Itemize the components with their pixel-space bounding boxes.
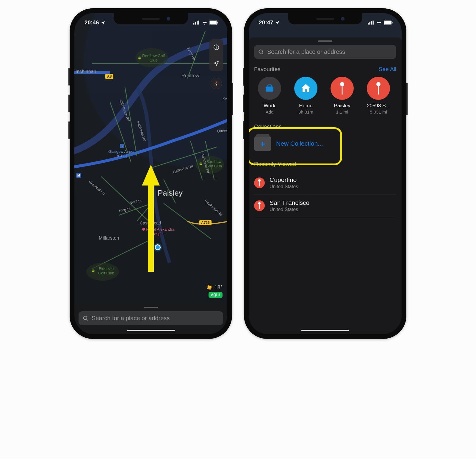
search-icon — [258, 49, 264, 55]
recently-viewed-header: Recently Viewed — [254, 161, 296, 167]
svg-rect-1 — [195, 22, 196, 25]
location-indicator-icon — [101, 21, 105, 25]
phone-right: 20:47 Search for a place or address Favo… — [244, 8, 406, 339]
favourite-home[interactable]: Home 3h 31m — [290, 77, 321, 114]
pin-icon — [254, 200, 265, 211]
svg-marker-15 — [142, 165, 160, 272]
plus-icon: ＋ — [259, 139, 267, 149]
svg-rect-32 — [378, 85, 379, 95]
collection-folder-icon: ＋ — [254, 136, 271, 151]
svg-rect-20 — [371, 21, 372, 25]
svg-rect-23 — [384, 21, 391, 24]
collections-header: Collections — [254, 123, 282, 130]
pin-icon — [331, 77, 354, 100]
location-indicator-icon — [275, 21, 280, 25]
battery-icon — [384, 21, 393, 25]
screen-left: 20:46 — [74, 13, 227, 334]
svg-rect-24 — [392, 22, 393, 23]
poi-airport[interactable]: ✈Glasgow Airport (GLA) — [107, 144, 137, 158]
svg-rect-28 — [268, 85, 271, 87]
sun-icon: ☀️ — [206, 284, 213, 291]
svg-rect-18 — [368, 23, 369, 24]
pin-icon — [254, 177, 265, 188]
svg-rect-34 — [259, 181, 260, 186]
svg-point-12 — [216, 46, 217, 46]
svg-rect-5 — [210, 21, 217, 24]
wifi-icon — [202, 21, 208, 25]
favourites-row: Work Add Home 3h 31m Paisley 1.1 mi — [254, 77, 396, 114]
aqi-badge: AQI 1 — [209, 292, 223, 298]
weather-temp: 18° — [214, 284, 223, 291]
map-label-ke: Ke — [223, 97, 227, 101]
phone-left: 20:46 — [70, 8, 232, 339]
search-field[interactable]: Search for a place or address — [79, 311, 223, 325]
home-indicator[interactable] — [301, 330, 349, 331]
svg-rect-36 — [259, 204, 260, 209]
see-all-link[interactable]: See All — [379, 66, 396, 73]
map-controls — [209, 39, 223, 71]
pin-icon — [367, 77, 390, 100]
sheet-drag-handle[interactable] — [144, 307, 158, 308]
svg-rect-30 — [342, 85, 343, 95]
svg-point-25 — [259, 50, 263, 53]
compass-button[interactable] — [211, 78, 222, 89]
new-collection-button[interactable]: ＋ New Collection... — [254, 134, 396, 155]
search-placeholder: Search for a place or address — [92, 315, 170, 322]
swipe-up-arrow-annotation — [142, 165, 160, 272]
favourite-work[interactable]: Work Add — [254, 77, 285, 114]
poi-barshaw-golf[interactable]: ⛳Barshaw Golf Club — [199, 159, 224, 168]
search-icon — [83, 315, 89, 321]
briefcase-icon — [258, 77, 281, 100]
poi-elderslie-golf[interactable]: ⛳Elderslie Golf Club — [92, 266, 117, 275]
house-icon — [294, 77, 317, 100]
favourite-20598s[interactable]: 20598 S... 5,031 mi — [363, 77, 394, 114]
svg-marker-13 — [215, 81, 217, 84]
status-time: 20:46 — [84, 19, 99, 26]
svg-marker-14 — [215, 84, 217, 86]
recent-item-sanfrancisco[interactable]: San Francisco United States — [254, 194, 396, 217]
recent-item-cupertino[interactable]: Cupertino United States — [254, 172, 396, 194]
svg-rect-3 — [198, 21, 199, 24]
svg-line-26 — [262, 53, 263, 54]
map-info-button[interactable] — [209, 39, 223, 55]
screen-right: 20:47 Search for a place or address Favo… — [249, 13, 402, 334]
poi-renfrew-golf[interactable]: ⛳Renfrew Golf Club — [138, 54, 165, 62]
svg-rect-2 — [197, 21, 198, 25]
svg-rect-0 — [193, 23, 194, 24]
favourites-header: Favourites — [254, 66, 281, 73]
sheet-drag-handle[interactable] — [318, 40, 332, 42]
cellular-icon — [193, 21, 200, 25]
map-label-queen: Queen — [217, 129, 227, 133]
home-indicator[interactable] — [127, 330, 175, 331]
favourite-paisley[interactable]: Paisley 1.1 mi — [327, 77, 358, 114]
road-shield-m: M — [76, 173, 81, 178]
wifi-icon — [376, 21, 382, 25]
device-notch — [114, 13, 188, 24]
search-field[interactable]: Search for a place or address — [254, 45, 396, 59]
svg-rect-21 — [373, 21, 374, 24]
road-shield-a726: A726 — [199, 220, 212, 225]
map-locate-button[interactable] — [209, 55, 223, 71]
svg-rect-19 — [369, 22, 370, 25]
map-label-renfrew: Renfrew — [181, 73, 199, 78]
battery-icon — [209, 21, 218, 25]
map-label-paisley: Paisley — [158, 188, 183, 198]
svg-line-17 — [87, 319, 88, 320]
cellular-icon — [368, 21, 374, 25]
map-label-millarston: Millarston — [99, 235, 119, 241]
device-notch — [288, 13, 362, 24]
search-placeholder: Search for a place or address — [267, 48, 345, 55]
map-label-inchinnan: Inchinnan — [76, 69, 96, 74]
weather-widget[interactable]: ☀️ 18° AQI 1 — [206, 284, 223, 298]
svg-point-16 — [84, 316, 87, 320]
svg-rect-6 — [217, 22, 218, 23]
status-time: 20:47 — [259, 19, 273, 26]
new-collection-label: New Collection... — [276, 140, 323, 147]
road-shield-a8: A8 — [105, 74, 113, 79]
search-sheet-expanded[interactable]: Search for a place or address Favourites… — [249, 37, 402, 334]
